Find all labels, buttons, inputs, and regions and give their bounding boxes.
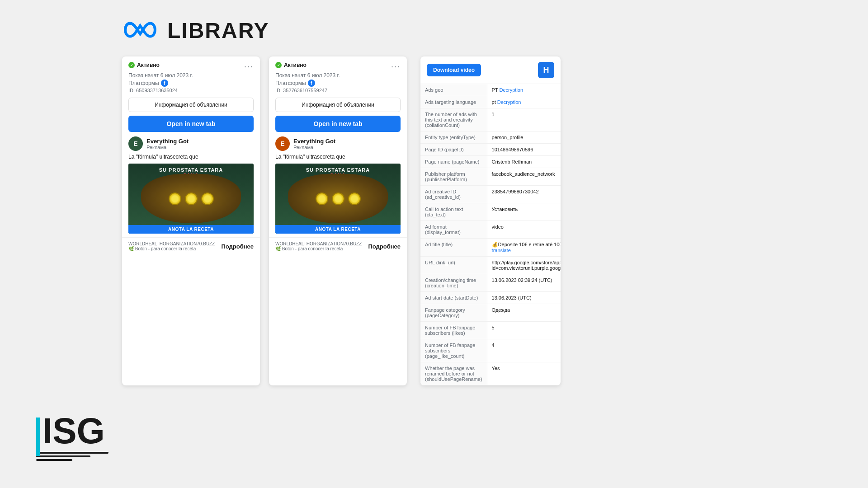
info-label-14: Fanpage category (pageCategory) <box>420 304 487 322</box>
info-row-3: Entity type (entityType)person_profile <box>420 131 561 144</box>
lemon-5 <box>332 192 344 205</box>
info-button-2[interactable]: Информация об объявлении <box>275 98 401 112</box>
lemon-2 <box>185 192 198 205</box>
info-table: Ads geoPT DecryptionAds targeting langua… <box>420 84 561 385</box>
podrobnee-btn-1[interactable]: Подробнее <box>221 243 254 250</box>
open-tab-button-1[interactable]: Open in new tab <box>128 116 254 132</box>
info-link-1[interactable]: Decryption <box>497 99 521 105</box>
info-value-3: person_profile <box>487 131 561 144</box>
info-value-2: 1 <box>487 108 561 131</box>
page-header: LIBRARY <box>0 0 868 56</box>
ad-id-2: ID: 3527636107559247 <box>275 88 401 93</box>
fb-icon-2: f <box>308 80 315 87</box>
ad-image-1: SU PROSTATA ESTARA SANA ANOTA LA RECETA <box>128 164 254 234</box>
info-row-16: Number of FB fanpage subscribers (page_l… <box>420 339 561 362</box>
card-footer-1: WORLDHEALTHORGANIZATION70.BUZZ 🌿 Botón -… <box>122 237 260 255</box>
info-button-1[interactable]: Информация об объявлении <box>128 98 254 112</box>
info-row-4: Page ID (pageID)101486498970596 <box>420 144 561 156</box>
bowl-scene-1 <box>141 174 241 223</box>
ad-card-2: Активно ··· Показ начат 6 июл 2023 г. Пл… <box>269 56 407 385</box>
card-meta-1: Показ начат 6 июл 2023 г. Платформы f ID… <box>122 71 260 98</box>
status-dot-1 <box>128 62 135 68</box>
fb-icon-1: f <box>161 80 168 87</box>
show-date-2: Показ начат 6 июл 2023 г. <box>275 72 401 79</box>
info-row-12: Creation/changing time (creation_time)13… <box>420 274 561 292</box>
info-row-5: Page name (pageName)Cristenb Rethman <box>420 156 561 168</box>
info-value-9: video <box>487 221 561 239</box>
footer-domain-2: WORLDHEALTHORGANIZATION70.BUZZ 🌿 Botón -… <box>275 241 362 251</box>
more-options-1[interactable]: ··· <box>244 62 254 71</box>
lemon-1 <box>169 192 181 205</box>
open-tab-button-2[interactable]: Open in new tab <box>275 116 401 132</box>
advertiser-type-2: Реклама <box>293 145 335 150</box>
isg-logo: ISG <box>36 413 108 461</box>
card-meta-2: Показ начат 6 июл 2023 г. Платформы f ID… <box>269 71 407 98</box>
advertiser-type-1: Реклама <box>146 145 189 150</box>
info-label-10: Ad title (title) <box>420 239 487 257</box>
advertiser-avatar-2: E <box>275 136 290 151</box>
info-label-3: Entity type (entityType) <box>420 131 487 144</box>
info-row-6: Publisher platform (publisherPlatform)fa… <box>420 168 561 186</box>
status-label-2: Активно <box>284 62 307 68</box>
info-value-4: 101486498970596 <box>487 144 561 156</box>
advertiser-name-2: Everything Got <box>293 138 335 145</box>
advertiser-avatar-1: E <box>128 136 143 151</box>
info-label-1: Ads targeting language <box>420 96 487 108</box>
isg-text: ISG <box>36 413 105 449</box>
info-row-0: Ads geoPT Decryption <box>420 84 561 96</box>
info-value-13: 13.06.2023 (UTC) <box>487 292 561 304</box>
prostata-line1-1: SU PROSTATA ESTARA <box>159 167 223 173</box>
advertiser-row-1: E Everything Got Реклама <box>128 136 254 151</box>
info-label-7: Ad creative ID (ad_creative_id) <box>420 186 487 203</box>
footer-domain-buzz-2: WORLDHEALTHORGANIZATION70.BUZZ <box>275 241 362 246</box>
info-value-0[interactable]: PT Decryption <box>487 84 561 96</box>
lemons-1 <box>168 192 215 206</box>
platform-2: Платформы f <box>275 80 401 87</box>
info-value-11: http://play.google.com/store/apps/detail… <box>487 257 561 274</box>
info-value-1[interactable]: pt Decryption <box>487 96 561 108</box>
ad-preview-1: E Everything Got Реклама La "fórmula" ul… <box>122 136 260 237</box>
footer-recipe-2: 🌿 Botón - para conocer la receta <box>275 246 362 251</box>
more-options-2[interactable]: ··· <box>391 62 401 71</box>
info-value-14: Одежда <box>487 304 561 322</box>
info-value-8: Установить <box>487 203 561 221</box>
bottom-banner-1: ANOTA LA RECETA <box>128 225 254 234</box>
show-date-1: Показ начат 6 июл 2023 г. <box>128 72 254 79</box>
info-row-14: Fanpage category (pageCategory)Одежда <box>420 304 561 322</box>
ad-image-2: SU PROSTATA ESTARA SANA ANOTA LA RECETA <box>275 164 401 234</box>
info-link-0[interactable]: Decryption <box>500 87 524 93</box>
info-value-17: Yes <box>487 362 561 385</box>
info-label-17: Whether the page was renamed before or n… <box>420 362 487 385</box>
info-row-11: URL (link_url)http://play.google.com/sto… <box>420 257 561 274</box>
download-video-button[interactable]: Download video <box>427 64 481 76</box>
isg-underlines <box>36 452 108 461</box>
info-label-11: URL (link_url) <box>420 257 487 274</box>
lemon-4 <box>316 192 328 205</box>
footer-domain-buzz-1: WORLDHEALTHORGANIZATION70.BUZZ <box>128 241 215 246</box>
main-content: Активно ··· Показ начат 6 июл 2023 г. Пл… <box>0 56 868 385</box>
info-label-15: Number of FB fanpage subscribers (likes) <box>420 322 487 339</box>
footer-domain-1: WORLDHEALTHORGANIZATION70.BUZZ 🌿 Botón -… <box>128 241 215 251</box>
info-row-2: The number of ads with this text and cre… <box>420 108 561 131</box>
info-label-2: The number of ads with this text and cre… <box>420 108 487 131</box>
info-row-9: Ad format (display_format)video <box>420 221 561 239</box>
platform-label-2: Платформы <box>275 80 306 86</box>
info-label-8: Call to action text (cta_text) <box>420 203 487 221</box>
card-header-1: Активно ··· <box>122 56 260 71</box>
advertiser-info-2: Everything Got Реклама <box>293 138 335 150</box>
lemon-6 <box>348 192 361 205</box>
info-value-16: 4 <box>487 339 561 362</box>
info-label-13: Ad start date (startDate) <box>420 292 487 304</box>
info-row-10: Ad title (title)💰Deposite 10€ e retire a… <box>420 239 561 257</box>
info-value-12: 13.06.2023 02:39:24 (UTC) <box>487 274 561 292</box>
platform-label-1: Платформы <box>128 80 159 86</box>
isg-line-3 <box>36 459 72 461</box>
info-label-9: Ad format (display_format) <box>420 221 487 239</box>
info-value-7: 23854799680730042 <box>487 186 561 203</box>
translate-link[interactable]: translate <box>492 248 511 253</box>
podrobnee-btn-2[interactable]: Подробнее <box>368 243 401 250</box>
lemons-2 <box>315 192 362 206</box>
meta-logo <box>122 19 158 43</box>
h-logo: H <box>538 62 554 78</box>
bowl-scene-2 <box>288 174 388 223</box>
